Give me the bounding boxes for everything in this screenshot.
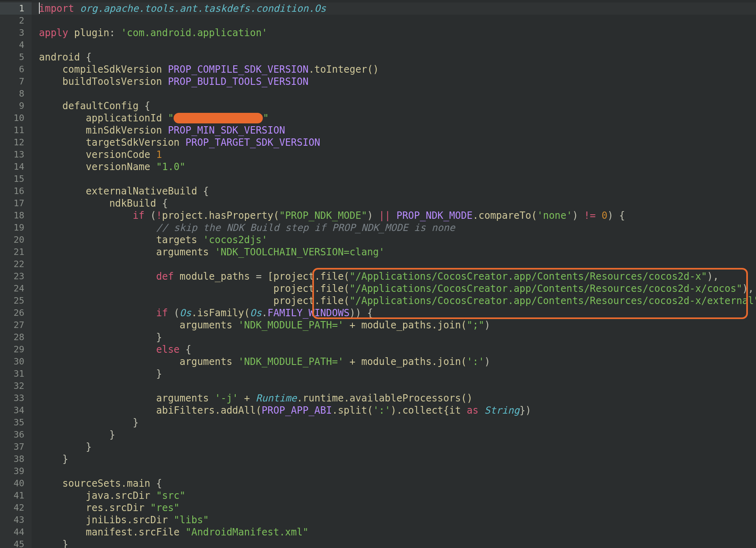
code-line[interactable]: defaultConfig { (32, 100, 756, 112)
code-line[interactable]: targetSdkVersion PROP_TARGET_SDK_VERSION (32, 136, 756, 149)
code-token: manifest.srcFile (86, 526, 186, 538)
code-line[interactable]: versionCode 1 (32, 149, 756, 161)
code-token (39, 332, 156, 343)
code-token: targetSdkVersion (86, 137, 186, 148)
code-line[interactable]: } (32, 368, 756, 380)
code-line[interactable]: if (Os.isFamily(Os.FAMILY_WINDOWS)) { (32, 307, 756, 319)
code-token: module_paths (180, 271, 256, 282)
code-line[interactable]: } (32, 453, 756, 465)
code-token: def (156, 271, 180, 282)
code-line[interactable]: minSdkVersion PROP_MIN_SDK_VERSION (32, 124, 756, 136)
line-number: 38 (0, 453, 32, 465)
code-line[interactable]: } (32, 441, 756, 453)
code-token: 'NDK_MODULE_PATH=' (238, 319, 344, 331)
line-number: 11 (0, 124, 32, 136)
code-line[interactable]: import org.apache.tools.ant.taskdefs.con… (32, 2, 756, 15)
code-line[interactable]: externalNativeBuild { (32, 185, 756, 197)
line-number: 37 (0, 441, 32, 453)
code-line[interactable]: sourceSets.main { (32, 477, 756, 490)
code-token: { (86, 52, 92, 63)
code-line[interactable] (32, 173, 756, 185)
code-token: project.file( (273, 295, 350, 306)
code-line[interactable]: compileSdkVersion PROP_COMPILE_SDK_VERSI… (32, 63, 756, 76)
code-token: ), (707, 271, 719, 282)
line-number: 27 (0, 319, 32, 331)
code-token: FAMILY_WINDOWS (268, 307, 350, 319)
code-line[interactable] (32, 380, 756, 392)
line-number: 14 (0, 161, 32, 173)
code-token: ).collect{it (391, 405, 467, 416)
code-line[interactable] (32, 258, 756, 270)
code-line[interactable]: android { (32, 51, 756, 63)
code-token: } (109, 429, 115, 440)
code-line[interactable]: apply plugin: 'com.android.application' (32, 27, 756, 39)
code-token: minSdkVersion (86, 125, 168, 136)
code-line[interactable]: // skip the NDK Build step if PROP_NDK_M… (32, 222, 756, 234)
code-token: // skip the NDK Build step if PROP_NDK_M… (156, 222, 455, 233)
code-line[interactable]: } (32, 331, 756, 343)
code-token: { (156, 478, 162, 489)
line-number: 18 (0, 209, 32, 222)
line-number: 6 (0, 63, 32, 76)
code-token: "libs" (174, 514, 209, 526)
code-line[interactable]: project.file("/Applications/CocosCreator… (32, 295, 756, 307)
code-token: ) (367, 210, 379, 221)
code-line[interactable]: } (32, 429, 756, 441)
code-token: "1.0" (156, 161, 185, 173)
code-line[interactable] (32, 465, 756, 477)
code-token: "/Applications/CocosCreator.app/Contents… (350, 271, 707, 282)
code-token: applicationId (86, 112, 168, 124)
code-line[interactable]: else { (32, 343, 756, 356)
code-line[interactable]: arguments '-j' + Runtime.runtime.availab… (32, 392, 756, 404)
code-token: ) (572, 210, 584, 221)
code-line[interactable]: ndkBuild { (32, 197, 756, 209)
code-token: Os (180, 307, 191, 319)
code-token (39, 76, 62, 87)
code-line[interactable]: def module_paths = [project.file("/Appli… (32, 270, 756, 283)
redacted-text (174, 113, 263, 123)
line-number: 25 (0, 295, 32, 307)
code-token: + module_paths.join( (344, 319, 466, 331)
code-line[interactable]: buildToolsVersion PROP_BUILD_TOOLS_VERSI… (32, 76, 756, 88)
code-line[interactable] (32, 88, 756, 100)
code-line[interactable]: } (32, 416, 756, 429)
code-line[interactable]: res.srcDir "res" (32, 502, 756, 514)
code-area[interactable]: import org.apache.tools.ant.taskdefs.con… (32, 0, 756, 548)
code-token: 0 (601, 210, 607, 221)
code-token: versionName (86, 161, 156, 173)
code-token: + (238, 393, 256, 404)
code-line[interactable]: project.file("/Applications/CocosCreator… (32, 283, 756, 295)
code-line[interactable]: jniLibs.srcDir "libs" (32, 514, 756, 526)
code-line[interactable]: targets 'cocos2djs' (32, 234, 756, 246)
line-number-gutter: 1234567891011121314151617181920212223242… (0, 0, 32, 548)
code-token: PROP_COMPILE_SDK_VERSION (168, 64, 309, 75)
code-editor[interactable]: 1234567891011121314151617181920212223242… (0, 0, 756, 548)
code-token: }) (520, 405, 531, 416)
code-line[interactable]: manifest.srcFile "AndroidManifest.xml" (32, 526, 756, 538)
code-line[interactable]: applicationId "" (32, 112, 756, 124)
code-line[interactable]: } (32, 538, 756, 548)
code-token: .runtime.availableProcessors() (297, 393, 472, 404)
code-token: )) { (350, 307, 373, 319)
code-token: arguments (156, 246, 215, 258)
code-line[interactable] (32, 15, 756, 27)
code-line[interactable]: versionName "1.0" (32, 161, 756, 173)
line-number: 9 (0, 100, 32, 112)
code-token: ) { (608, 210, 625, 221)
code-line[interactable]: arguments 'NDK_TOOLCHAIN_VERSION=clang' (32, 246, 756, 258)
code-token: "/Applications/CocosCreator.app/Contents… (350, 295, 756, 306)
code-token (39, 453, 62, 465)
code-line[interactable] (32, 39, 756, 51)
code-token: apply (39, 27, 74, 39)
line-number: 33 (0, 392, 32, 404)
code-line[interactable]: abiFilters.addAll(PROP_APP_ABI.split(':'… (32, 404, 756, 416)
code-token: if (133, 210, 150, 221)
code-token: ':' (467, 356, 484, 367)
code-token: java.srcDir (86, 490, 156, 501)
code-line[interactable]: java.srcDir "src" (32, 490, 756, 502)
code-line[interactable]: arguments 'NDK_MODULE_PATH=' + module_pa… (32, 356, 756, 368)
code-token: .toInteger() (309, 64, 379, 75)
code-line[interactable]: if (!project.hasProperty("PROP_NDK_MODE"… (32, 209, 756, 222)
code-token: " (263, 112, 268, 124)
code-line[interactable]: arguments 'NDK_MODULE_PATH=' + module_pa… (32, 319, 756, 331)
